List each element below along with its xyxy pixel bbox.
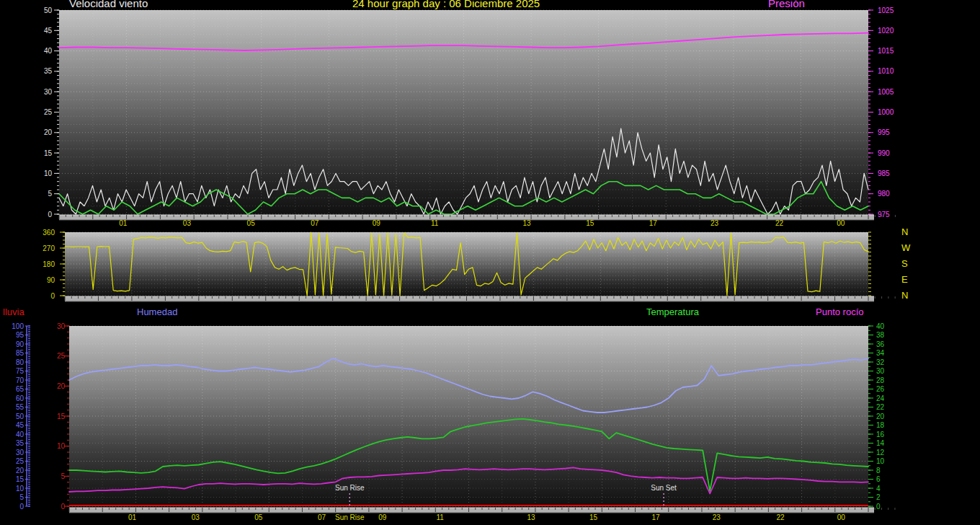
hour-labels: 010305070911131517232200Sun Rise: [128, 513, 845, 521]
axis-tick-label: 0: [876, 503, 881, 511]
hour-label: 01: [128, 513, 137, 521]
axis-tick-label: 14: [876, 439, 885, 447]
axis-tick-label: 1010: [878, 67, 894, 75]
axis-tick-label: 4: [876, 485, 881, 493]
axis-tick-label: 270: [43, 244, 55, 252]
hour-label: 15: [586, 219, 594, 227]
axis-tick-label: 20: [876, 412, 885, 420]
axis-tick-label: 5: [61, 472, 65, 480]
axis-tick-label: 975: [878, 211, 890, 219]
axis-tick-label: 80: [16, 358, 24, 366]
axis-tick-label: 20: [16, 467, 24, 475]
axis-tick-label: 50: [44, 6, 53, 14]
axis-tick-label: 20: [57, 382, 66, 390]
axis-tick-label: 18: [876, 421, 885, 429]
axis-tick-label: 16: [876, 431, 885, 438]
compass-labels: NWSEN: [901, 226, 911, 301]
axis-tick-label: 1020: [878, 27, 894, 35]
axis-tick-label: 90: [16, 340, 24, 348]
axis-tick-label: 0: [19, 503, 24, 511]
axis-tick-label: 20: [44, 128, 53, 136]
axis-tick-label: 30: [57, 322, 66, 330]
compass-label: E: [901, 274, 908, 285]
axis-tick-label: 2: [876, 493, 881, 501]
axis-tick-label: 15: [57, 412, 66, 420]
axis-tick-label: 5: [19, 493, 24, 501]
axis-tick-label: 90: [47, 276, 55, 284]
compass-label: N: [901, 226, 908, 237]
axis-tick-label: 45: [44, 27, 53, 35]
hour-label: 03: [183, 219, 192, 227]
axis-tick-label: 26: [876, 385, 885, 393]
hour-label: 11: [436, 513, 444, 521]
axis-tick-label: 40: [876, 322, 885, 330]
axis-tick-label: 55: [16, 403, 24, 411]
axis-tick-label: 38: [876, 331, 885, 339]
humidity-temperature-chart: Sun RiseSun Set0510152025300246810121416…: [57, 322, 885, 511]
axis-tick-label: 8: [876, 467, 881, 475]
axis-tick-label: 50: [16, 412, 24, 420]
time-axis-bar: [65, 296, 895, 301]
hour-label: 00: [837, 219, 845, 227]
axis-tick-label: 30: [16, 449, 24, 456]
axis-tick-label: 40: [44, 47, 53, 55]
hour-label: 15: [589, 513, 598, 521]
compass-label: W: [901, 242, 911, 253]
axis-tick-label: 35: [44, 67, 53, 75]
axis-tick-label: 60: [16, 394, 24, 402]
axis-tick-label: 25: [57, 352, 66, 360]
axis-tick-label: 85: [16, 349, 24, 357]
hour-label: 17: [651, 513, 660, 521]
compass-label: S: [901, 258, 908, 269]
axis-tick-label: 0: [50, 292, 55, 300]
axis-tick-label: 40: [16, 431, 24, 438]
axis-tick-label: 0: [61, 503, 65, 511]
axis-tick-label: 22: [876, 403, 885, 411]
hour-label: 22: [776, 513, 785, 521]
sun-marker-label: Sun Set: [651, 484, 677, 492]
axis-tick-label: 100: [12, 322, 24, 330]
hour-label: 09: [373, 219, 381, 227]
hour-label: 03: [192, 513, 200, 521]
axis-tick-label: 75: [16, 367, 24, 375]
axis-tick-label: 10: [876, 457, 885, 465]
axis-tick-label: 15: [16, 475, 24, 483]
axis-tick-label: 30: [44, 88, 53, 96]
axis-tick-label: 70: [16, 376, 24, 384]
axis-tick-label: 34: [876, 349, 885, 357]
axis-tick-label: 35: [16, 439, 24, 447]
axis-tick-label: 180: [43, 260, 55, 268]
axis-tick-label: 36: [876, 340, 885, 348]
hour-label: 13: [523, 219, 532, 227]
wind-direction-chart: 090180270360: [43, 229, 871, 300]
axis-tick-label: 6: [876, 475, 881, 483]
axis-tick-label: 985: [878, 169, 890, 177]
hour-label: 11: [431, 219, 439, 227]
hour-label: 00: [837, 513, 846, 521]
weather-graph-window: Velocidad viento 24 hour graph day : 06 …: [0, 0, 980, 525]
axis-tick-label: 10: [16, 485, 24, 493]
hour-label: 05: [247, 219, 256, 227]
compass-label: N: [901, 290, 908, 301]
axis-tick-label: 25: [44, 108, 53, 116]
axis-tick-label: 45: [16, 421, 24, 429]
charts-canvas: 0510152025303540455097598098599099510001…: [0, 0, 980, 525]
hour-labels: 010305070911131517232200: [119, 219, 845, 227]
humidity-axis: 0510152025303540455055606570758085909510…: [12, 322, 30, 511]
axis-tick-label: 15: [44, 149, 53, 157]
hour-label: 07: [318, 513, 326, 521]
axis-tick-label: 28: [876, 376, 885, 384]
axis-tick-label: 32: [876, 358, 885, 366]
time-axis-bar: [69, 508, 895, 513]
axis-tick-label: 10: [44, 169, 53, 177]
axis-tick-label: 24: [876, 394, 885, 402]
hour-label: 17: [649, 219, 658, 227]
hour-label: 22: [775, 219, 784, 227]
axis-tick-label: 25: [16, 457, 24, 465]
axis-tick-label: 30: [876, 367, 885, 375]
hour-label: 09: [378, 513, 387, 521]
sunrise-axis-label: Sun Rise: [335, 513, 365, 521]
hour-label: 23: [710, 219, 719, 227]
sun-marker-label: Sun Rise: [335, 484, 365, 492]
axis-tick-label: 1025: [878, 6, 894, 14]
